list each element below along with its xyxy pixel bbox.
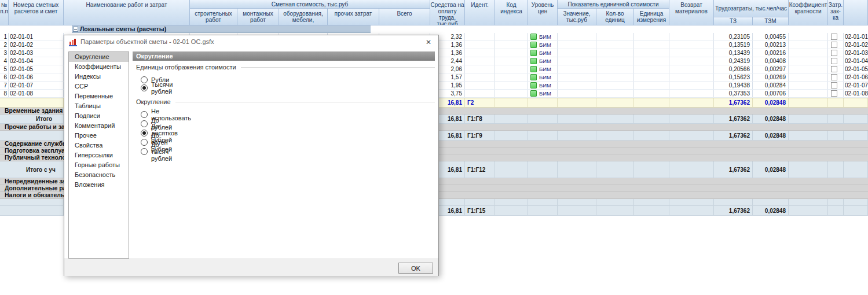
- cell-edin: [634, 131, 669, 140]
- sidebar-item[interactable]: Коэффициенты: [69, 62, 129, 72]
- zakazchik-checkbox[interactable]: [831, 82, 837, 89]
- file-ref: 02-01-02из: [844, 41, 868, 49]
- zakazchik-checkbox[interactable]: [831, 58, 837, 64]
- close-icon[interactable]: ✕: [423, 38, 434, 47]
- cell-koef: [789, 49, 828, 57]
- zakazchik-checkbox[interactable]: [831, 42, 837, 48]
- cell-vozvrat: [669, 57, 714, 65]
- units-group-header: Единицы отображения стоимости: [136, 63, 435, 71]
- totals-label: [0, 206, 64, 215]
- sidebar-item[interactable]: Переменные: [69, 91, 129, 101]
- zakazchik-checkbox[interactable]: [831, 74, 837, 80]
- cell-kod: [495, 131, 528, 140]
- dialog-title: Параметры объектной сметы - 02-01 ОС.gsf…: [80, 38, 214, 45]
- tzm-total: 0,02848: [753, 98, 789, 107]
- radio-unselected-icon[interactable]: [141, 111, 148, 118]
- radio-option-rounding-4[interactable]: До тысяч рублей: [141, 148, 172, 156]
- ident-ref: Г1:Г9: [465, 131, 495, 140]
- zakazchik-cell: [828, 82, 844, 89]
- sidebar-item[interactable]: Индексы: [69, 72, 129, 82]
- zakazchik-checkbox[interactable]: [831, 50, 837, 56]
- radio-label: До тысяч рублей: [151, 141, 172, 162]
- section-label: Содержание службы: [5, 141, 68, 147]
- sidebar-item[interactable]: Свойства: [69, 141, 129, 150]
- zakazchik-checkbox[interactable]: [831, 66, 837, 72]
- radio-selected-icon[interactable]: [141, 84, 148, 91]
- cell-koef: [789, 161, 828, 178]
- file-ref: 02-01-06из: [844, 73, 868, 81]
- cell-koef: [789, 73, 828, 81]
- price-level-cell: БИМ: [528, 73, 558, 81]
- tzm-value: 0,00408: [753, 57, 789, 65]
- zakazchik-cell: [828, 33, 844, 40]
- dialog-titlebar: Параметры объектной сметы - 02-01 ОС.gsf…: [64, 35, 438, 49]
- sidebar-item[interactable]: Прочее: [69, 131, 129, 141]
- sidebar-item[interactable]: Подписи: [69, 111, 129, 121]
- bim-level-icon: [530, 82, 537, 89]
- ok-button[interactable]: OK: [398, 263, 433, 274]
- cell-ident: [465, 57, 495, 65]
- radio-option-units-1[interactable]: Тысячи рублей: [141, 84, 173, 92]
- estimate-code: 02-01-04: [9, 57, 64, 65]
- sidebar-item[interactable]: Гиперссылки: [69, 150, 129, 160]
- tzm-value: 0,00216: [753, 49, 789, 57]
- sidebar-item[interactable]: Горные работы: [69, 160, 129, 170]
- cell-kolvo: [596, 90, 634, 97]
- bim-level-icon: [530, 58, 537, 64]
- zakazchik-checkbox[interactable]: [831, 34, 837, 40]
- row-number: 3: [0, 49, 9, 57]
- section-label: Налоги и обязательн: [5, 192, 68, 198]
- bim-level-icon: [530, 66, 537, 72]
- cell-uroven: [528, 131, 558, 140]
- cell-ident: [465, 90, 495, 97]
- radio-unselected-icon[interactable]: [141, 120, 148, 127]
- tzm-value: 0,00284: [753, 82, 789, 89]
- cell-edin: [634, 65, 669, 73]
- cell-edin: [634, 49, 669, 57]
- cell-kolvo: [596, 33, 634, 40]
- cell-ident: [465, 65, 495, 73]
- price-level-label: БИМ: [539, 74, 551, 80]
- zakazchik-cell: [828, 49, 844, 57]
- sidebar-item[interactable]: Таблицы: [69, 101, 129, 111]
- cell-kolvo: [596, 98, 634, 107]
- collapse-icon[interactable]: [73, 27, 78, 32]
- cell-vozvrat: [669, 206, 714, 215]
- sidebar-item[interactable]: ССР: [69, 82, 129, 91]
- cell-kod: [495, 161, 528, 178]
- cell-vozvrat: [669, 199, 714, 205]
- tzm-value: 0,00455: [753, 33, 789, 40]
- cell-kod: [495, 98, 528, 107]
- cell-ident: [465, 33, 495, 40]
- sidebar-item[interactable]: Комментарий: [69, 121, 129, 131]
- radio-unselected-icon[interactable]: [141, 76, 148, 83]
- cell-koef: [789, 57, 828, 65]
- cell-vozvrat: [669, 73, 714, 81]
- totals-label: [0, 131, 64, 140]
- cell-vozvrat: [669, 131, 714, 140]
- estimate-chart-icon: [69, 38, 77, 46]
- file-ref: 02-01-04из: [844, 57, 868, 65]
- cell-znach: [558, 57, 596, 65]
- zakazchik-checkbox[interactable]: [831, 90, 837, 97]
- file-ref: 02-01-07из: [844, 82, 868, 89]
- rounding-group-header: Округление: [136, 98, 435, 106]
- estimate-code: 02-01-01: [9, 33, 64, 40]
- cell-kod: [495, 199, 528, 205]
- totals-label: Итого с уч: [0, 161, 64, 178]
- estimate-code: 02-01-02: [9, 41, 64, 49]
- price-level-cell: БИМ: [528, 65, 558, 73]
- radio-unselected-icon[interactable]: [141, 148, 148, 155]
- cell-znach: [558, 115, 596, 123]
- sidebar-item[interactable]: Безопасность: [69, 170, 129, 180]
- cell-edin: [634, 199, 669, 205]
- estimates-group-row[interactable]: Локальные сметы (расчеты): [72, 25, 371, 33]
- sidebar-item[interactable]: Округление: [69, 52, 129, 62]
- cell-kolvo: [596, 49, 634, 57]
- radio-unselected-icon[interactable]: [141, 139, 148, 146]
- cell-edin: [634, 57, 669, 65]
- sidebar-item[interactable]: Вложения: [69, 180, 129, 190]
- radio-selected-icon[interactable]: [141, 130, 148, 137]
- cell-kod: [495, 82, 528, 89]
- cell-znach: [558, 161, 596, 178]
